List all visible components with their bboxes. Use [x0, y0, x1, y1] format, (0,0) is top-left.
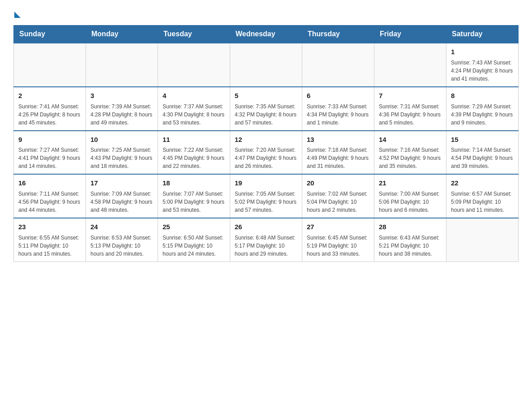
week-row-5: 23Sunrise: 6:55 AM Sunset: 5:11 PM Dayli… — [14, 218, 519, 261]
calendar-cell — [158, 43, 230, 87]
calendar-cell: 20Sunrise: 7:02 AM Sunset: 5:04 PM Dayli… — [302, 174, 374, 218]
day-info: Sunrise: 7:33 AM Sunset: 4:34 PM Dayligh… — [307, 103, 369, 127]
day-number: 26 — [235, 222, 297, 232]
day-number: 27 — [307, 222, 369, 232]
calendar-cell: 27Sunrise: 6:45 AM Sunset: 5:19 PM Dayli… — [302, 218, 374, 261]
day-number: 3 — [90, 91, 153, 101]
calendar-cell: 22Sunrise: 6:57 AM Sunset: 5:09 PM Dayli… — [446, 174, 519, 218]
day-info: Sunrise: 7:27 AM Sunset: 4:41 PM Dayligh… — [18, 146, 81, 170]
day-number: 23 — [18, 222, 81, 232]
calendar-cell: 16Sunrise: 7:11 AM Sunset: 4:56 PM Dayli… — [14, 174, 86, 218]
day-number: 1 — [451, 47, 514, 57]
day-info: Sunrise: 7:11 AM Sunset: 4:56 PM Dayligh… — [18, 190, 81, 214]
day-info: Sunrise: 7:16 AM Sunset: 4:52 PM Dayligh… — [379, 146, 442, 170]
day-number: 2 — [18, 91, 81, 101]
calendar-cell: 9Sunrise: 7:27 AM Sunset: 4:41 PM Daylig… — [14, 131, 86, 175]
calendar-cell: 10Sunrise: 7:25 AM Sunset: 4:43 PM Dayli… — [86, 131, 158, 175]
calendar-cell: 17Sunrise: 7:09 AM Sunset: 4:58 PM Dayli… — [86, 174, 158, 218]
day-number: 13 — [307, 135, 369, 145]
calendar-cell: 8Sunrise: 7:29 AM Sunset: 4:39 PM Daylig… — [446, 87, 519, 131]
calendar-cell — [230, 43, 302, 87]
week-row-3: 9Sunrise: 7:27 AM Sunset: 4:41 PM Daylig… — [14, 131, 519, 175]
day-number: 17 — [90, 178, 153, 188]
calendar-cell — [86, 43, 158, 87]
day-info: Sunrise: 7:37 AM Sunset: 4:30 PM Dayligh… — [163, 103, 225, 127]
day-number: 19 — [235, 178, 297, 188]
calendar-cell: 7Sunrise: 7:31 AM Sunset: 4:36 PM Daylig… — [374, 87, 446, 131]
day-info: Sunrise: 7:43 AM Sunset: 4:24 PM Dayligh… — [451, 59, 514, 83]
day-number: 20 — [307, 178, 369, 188]
calendar-cell: 12Sunrise: 7:20 AM Sunset: 4:47 PM Dayli… — [230, 131, 302, 175]
calendar-cell: 3Sunrise: 7:39 AM Sunset: 4:28 PM Daylig… — [86, 87, 158, 131]
day-number: 28 — [379, 222, 442, 232]
day-number: 9 — [18, 135, 81, 145]
calendar-cell — [302, 43, 374, 87]
logo — [13, 9, 21, 16]
calendar-cell: 24Sunrise: 6:53 AM Sunset: 5:13 PM Dayli… — [86, 218, 158, 261]
logo-top — [13, 9, 21, 18]
day-info: Sunrise: 6:53 AM Sunset: 5:13 PM Dayligh… — [90, 234, 153, 258]
calendar-cell: 13Sunrise: 7:18 AM Sunset: 4:49 PM Dayli… — [302, 131, 374, 175]
calendar-cell — [14, 43, 86, 87]
day-info: Sunrise: 6:45 AM Sunset: 5:19 PM Dayligh… — [307, 234, 369, 258]
calendar-cell — [446, 218, 519, 261]
column-header-friday: Friday — [374, 26, 446, 43]
day-number: 14 — [379, 135, 442, 145]
day-info: Sunrise: 7:18 AM Sunset: 4:49 PM Dayligh… — [307, 146, 369, 170]
calendar-cell: 18Sunrise: 7:07 AM Sunset: 5:00 PM Dayli… — [158, 174, 230, 218]
day-info: Sunrise: 7:35 AM Sunset: 4:32 PM Dayligh… — [235, 103, 297, 127]
day-info: Sunrise: 6:43 AM Sunset: 5:21 PM Dayligh… — [379, 234, 442, 258]
calendar-cell: 19Sunrise: 7:05 AM Sunset: 5:02 PM Dayli… — [230, 174, 302, 218]
day-info: Sunrise: 6:50 AM Sunset: 5:15 PM Dayligh… — [163, 234, 225, 258]
calendar-cell: 4Sunrise: 7:37 AM Sunset: 4:30 PM Daylig… — [158, 87, 230, 131]
column-header-thursday: Thursday — [302, 26, 374, 43]
calendar-table: SundayMondayTuesdayWednesdayThursdayFrid… — [13, 25, 519, 262]
calendar-cell — [374, 43, 446, 87]
column-header-monday: Monday — [86, 26, 158, 43]
column-header-tuesday: Tuesday — [158, 26, 230, 43]
calendar-cell: 11Sunrise: 7:22 AM Sunset: 4:45 PM Dayli… — [158, 131, 230, 175]
day-number: 15 — [451, 135, 514, 145]
day-number: 25 — [163, 222, 225, 232]
calendar-cell: 6Sunrise: 7:33 AM Sunset: 4:34 PM Daylig… — [302, 87, 374, 131]
column-header-sunday: Sunday — [14, 26, 86, 43]
page-header — [13, 9, 519, 16]
day-number: 12 — [235, 135, 297, 145]
column-header-saturday: Saturday — [446, 26, 519, 43]
logo-arrow-icon — [14, 12, 21, 18]
calendar-cell: 21Sunrise: 7:00 AM Sunset: 5:06 PM Dayli… — [374, 174, 446, 218]
calendar-cell: 28Sunrise: 6:43 AM Sunset: 5:21 PM Dayli… — [374, 218, 446, 261]
day-info: Sunrise: 7:05 AM Sunset: 5:02 PM Dayligh… — [235, 190, 297, 214]
day-number: 22 — [451, 178, 514, 188]
day-number: 21 — [379, 178, 442, 188]
week-row-2: 2Sunrise: 7:41 AM Sunset: 4:26 PM Daylig… — [14, 87, 519, 131]
week-row-4: 16Sunrise: 7:11 AM Sunset: 4:56 PM Dayli… — [14, 174, 519, 218]
day-number: 11 — [163, 135, 225, 145]
day-info: Sunrise: 7:02 AM Sunset: 5:04 PM Dayligh… — [307, 190, 369, 214]
day-number: 24 — [90, 222, 153, 232]
day-number: 7 — [379, 91, 442, 101]
calendar-cell: 14Sunrise: 7:16 AM Sunset: 4:52 PM Dayli… — [374, 131, 446, 175]
day-info: Sunrise: 7:25 AM Sunset: 4:43 PM Dayligh… — [90, 146, 153, 170]
day-info: Sunrise: 7:14 AM Sunset: 4:54 PM Dayligh… — [451, 146, 514, 170]
day-info: Sunrise: 7:09 AM Sunset: 4:58 PM Dayligh… — [90, 190, 153, 214]
week-row-1: 1Sunrise: 7:43 AM Sunset: 4:24 PM Daylig… — [14, 43, 519, 87]
day-number: 4 — [163, 91, 225, 101]
calendar-cell: 2Sunrise: 7:41 AM Sunset: 4:26 PM Daylig… — [14, 87, 86, 131]
day-info: Sunrise: 7:00 AM Sunset: 5:06 PM Dayligh… — [379, 190, 442, 214]
calendar-cell: 15Sunrise: 7:14 AM Sunset: 4:54 PM Dayli… — [446, 131, 519, 175]
day-number: 6 — [307, 91, 369, 101]
day-number: 18 — [163, 178, 225, 188]
calendar-cell: 23Sunrise: 6:55 AM Sunset: 5:11 PM Dayli… — [14, 218, 86, 261]
day-number: 16 — [18, 178, 81, 188]
day-number: 5 — [235, 91, 297, 101]
calendar-cell: 25Sunrise: 6:50 AM Sunset: 5:15 PM Dayli… — [158, 218, 230, 261]
calendar-cell: 5Sunrise: 7:35 AM Sunset: 4:32 PM Daylig… — [230, 87, 302, 131]
day-info: Sunrise: 7:31 AM Sunset: 4:36 PM Dayligh… — [379, 103, 442, 127]
calendar-cell: 1Sunrise: 7:43 AM Sunset: 4:24 PM Daylig… — [446, 43, 519, 87]
column-header-wednesday: Wednesday — [230, 26, 302, 43]
day-number: 10 — [90, 135, 153, 145]
day-info: Sunrise: 7:07 AM Sunset: 5:00 PM Dayligh… — [163, 190, 225, 214]
day-info: Sunrise: 6:55 AM Sunset: 5:11 PM Dayligh… — [18, 234, 81, 258]
day-info: Sunrise: 6:57 AM Sunset: 5:09 PM Dayligh… — [451, 190, 514, 214]
